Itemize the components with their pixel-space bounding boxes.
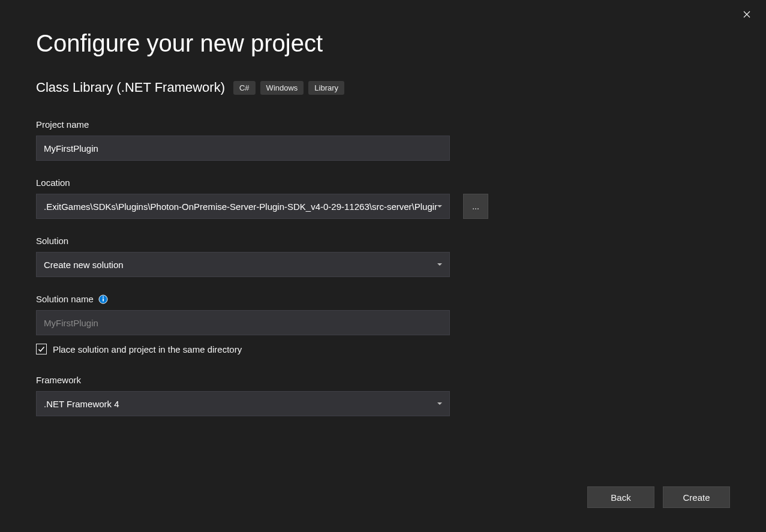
chevron-down-icon bbox=[437, 263, 442, 266]
same-directory-label: Place solution and project in the same d… bbox=[53, 344, 242, 354]
same-directory-checkbox[interactable] bbox=[36, 344, 47, 354]
solution-label: Solution bbox=[36, 236, 730, 246]
solution-name-label: Solution name bbox=[36, 294, 94, 304]
close-button[interactable] bbox=[738, 6, 755, 23]
framework-value: .NET Framework 4 bbox=[44, 399, 119, 409]
tag-library: Library bbox=[308, 81, 344, 95]
close-icon bbox=[743, 11, 750, 18]
solution-value: Create new solution bbox=[44, 260, 124, 270]
solution-combo[interactable]: Create new solution bbox=[36, 252, 450, 277]
create-button[interactable]: Create bbox=[663, 486, 730, 508]
chevron-down-icon bbox=[437, 205, 442, 208]
page-title: Configure your new project bbox=[36, 30, 730, 57]
solution-name-input[interactable] bbox=[36, 310, 450, 335]
project-name-label: Project name bbox=[36, 119, 730, 130]
back-button[interactable]: Back bbox=[587, 486, 654, 508]
framework-combo[interactable]: .NET Framework 4 bbox=[36, 391, 450, 416]
chevron-down-icon bbox=[437, 402, 442, 405]
tag-csharp: C# bbox=[233, 81, 256, 95]
location-value: .ExitGames\SDKs\Plugins\Photon-OnPremise… bbox=[44, 202, 437, 212]
location-combo[interactable]: .ExitGames\SDKs\Plugins\Photon-OnPremise… bbox=[36, 194, 450, 219]
project-name-input[interactable] bbox=[36, 136, 450, 161]
project-type-label: Class Library (.NET Framework) bbox=[36, 80, 225, 95]
svg-point-4 bbox=[103, 296, 104, 297]
framework-label: Framework bbox=[36, 375, 730, 385]
tag-windows: Windows bbox=[260, 81, 304, 95]
check-icon bbox=[38, 345, 45, 353]
info-icon[interactable] bbox=[98, 294, 108, 304]
location-label: Location bbox=[36, 178, 730, 188]
browse-location-button[interactable]: ... bbox=[463, 194, 488, 219]
svg-rect-3 bbox=[103, 298, 104, 301]
